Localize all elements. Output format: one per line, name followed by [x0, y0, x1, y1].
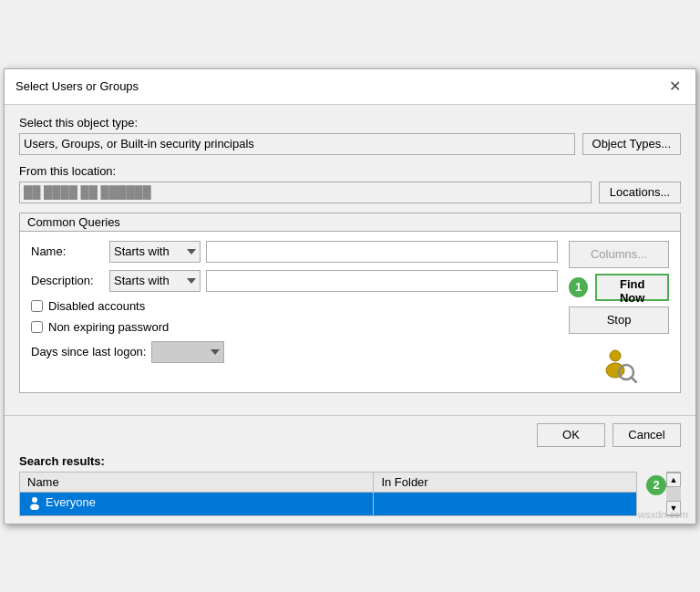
scroll-track — [666, 487, 681, 501]
object-type-row: Users, Groups, or Built-in security prin… — [19, 133, 681, 155]
cancel-button[interactable]: Cancel — [612, 423, 681, 447]
results-table: Name In Folder Everyone — [19, 472, 637, 516]
col-folder-header: In Folder — [374, 472, 637, 492]
description-condition-dropdown[interactable]: Starts withIs exactly — [109, 270, 201, 292]
result-name-cell: Everyone — [20, 492, 374, 515]
step2-badge: 2 — [646, 475, 666, 495]
find-now-wrapper: 1 Find Now — [569, 274, 669, 301]
description-query-input[interactable] — [206, 270, 558, 292]
object-type-value: Users, Groups, or Built-in security prin… — [19, 133, 575, 155]
name-condition-dropdown[interactable]: Starts withIs exactlyStarts with — [109, 241, 201, 263]
locations-button[interactable]: Locations... — [599, 182, 681, 203]
title-bar: Select Users or Groups ✕ — [5, 69, 695, 105]
non-expiring-checkbox[interactable] — [31, 321, 43, 333]
description-query-label: Description: — [31, 274, 104, 287]
location-value: ██ ████ ██ ██████ — [19, 182, 592, 203]
description-query-row: Description: Starts withIs exactly — [31, 270, 558, 292]
running-icon — [569, 347, 669, 383]
results-container: Name In Folder Everyone — [19, 472, 681, 516]
search-results-section: Search results: Name In Folder — [5, 454, 695, 524]
col-name-header: Name — [20, 472, 374, 492]
result-name-text: Everyone — [46, 495, 96, 509]
result-folder-cell — [374, 492, 637, 515]
person-icon — [27, 495, 42, 510]
dialog-title: Select Users or Groups — [15, 79, 139, 93]
select-users-dialog: Select Users or Groups ✕ Select this obj… — [4, 68, 696, 524]
non-expiring-label: Non expiring password — [48, 320, 169, 334]
object-types-button[interactable]: Object Types... — [582, 133, 681, 155]
disabled-accounts-label: Disabled accounts — [48, 299, 145, 313]
location-label: From this location: — [19, 164, 681, 178]
search-person-icon — [601, 347, 637, 383]
days-logon-label: Days since last logon: — [31, 345, 146, 358]
location-group: From this location: ██ ████ ██ ██████ Lo… — [19, 164, 681, 203]
dialog-footer: OK Cancel — [5, 415, 695, 454]
location-row: ██ ████ ██ ██████ Locations... — [19, 182, 681, 203]
table-row[interactable]: Everyone — [20, 492, 637, 515]
find-now-button[interactable]: Find Now — [595, 274, 669, 301]
common-queries-legend: Common Queries — [20, 213, 680, 232]
name-query-input[interactable] — [206, 241, 558, 263]
step1-badge: 1 — [569, 277, 588, 297]
svg-point-0 — [610, 350, 621, 361]
queries-left: Name: Starts withIs exactlyStarts with D… — [31, 241, 558, 383]
disabled-accounts-row: Disabled accounts — [31, 299, 558, 313]
columns-button[interactable]: Columns... — [569, 241, 669, 268]
close-button[interactable]: ✕ — [664, 77, 685, 97]
svg-point-5 — [30, 504, 39, 510]
ok-button[interactable]: OK — [537, 423, 605, 447]
results-header-row: Name In Folder — [20, 472, 637, 492]
non-expiring-row: Non expiring password — [31, 320, 558, 334]
days-logon-row: Days since last logon: — [31, 341, 558, 363]
disabled-accounts-checkbox[interactable] — [31, 300, 43, 312]
days-logon-dropdown[interactable] — [151, 341, 224, 363]
object-type-label: Select this object type: — [19, 116, 681, 130]
svg-point-4 — [32, 497, 37, 503]
queries-right: Columns... 1 Find Now Stop — [569, 241, 669, 383]
common-queries-body: Name: Starts withIs exactlyStarts with D… — [20, 232, 680, 392]
dialog-body: Select this object type: Users, Groups, … — [5, 105, 695, 415]
search-results-label: Search results: — [19, 454, 681, 468]
name-query-row: Name: Starts withIs exactlyStarts with — [31, 241, 558, 263]
svg-line-3 — [632, 378, 636, 382]
name-query-label: Name: — [31, 244, 104, 258]
watermark: wsxdn.com — [638, 509, 688, 520]
common-queries-group: Common Queries Name: Starts withIs exact… — [19, 213, 681, 393]
object-type-group: Select this object type: Users, Groups, … — [19, 116, 681, 155]
stop-button[interactable]: Stop — [569, 306, 669, 334]
scroll-up-button[interactable]: ▲ — [666, 473, 681, 487]
